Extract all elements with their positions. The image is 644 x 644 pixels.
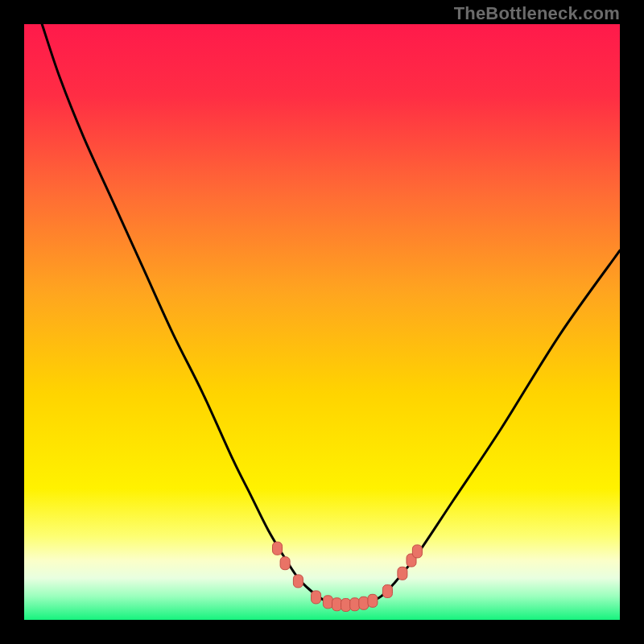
- plot-area: [24, 24, 620, 620]
- chart-frame: TheBottleneck.com: [0, 0, 644, 644]
- curve-marker: [350, 598, 360, 611]
- curve-marker: [332, 598, 342, 611]
- bottleneck-curve: [42, 24, 620, 605]
- curve-marker: [359, 597, 369, 609]
- curve-marker: [368, 594, 378, 607]
- curve-marker: [312, 591, 321, 604]
- curve-marker: [280, 557, 290, 570]
- curve-marker: [273, 542, 283, 555]
- watermark-text: TheBottleneck.com: [454, 3, 620, 24]
- curve-marker: [293, 575, 303, 588]
- curve-layer: [24, 24, 620, 620]
- curve-marker: [398, 567, 407, 580]
- curve-marker: [323, 596, 332, 609]
- curve-markers: [273, 542, 423, 611]
- curve-marker: [341, 599, 351, 612]
- curve-marker: [412, 545, 422, 558]
- curve-marker: [382, 584, 392, 597]
